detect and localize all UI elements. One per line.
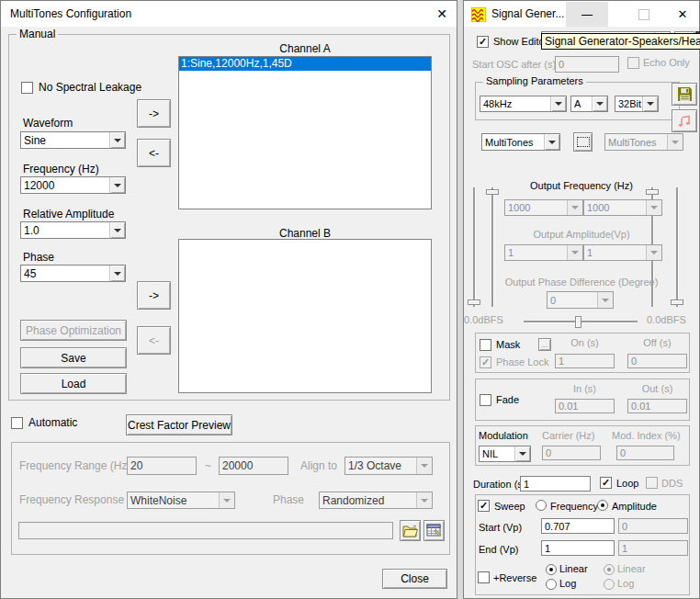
sweep-frequency-radio[interactable] (536, 500, 547, 511)
sweep-start-a-input[interactable]: 0.707 (541, 518, 615, 534)
fade-in-label: In (s) (555, 383, 615, 394)
chevron-down-icon (109, 222, 125, 238)
waveform-combobox[interactable]: Sine (20, 131, 126, 149)
log-b-radio[interactable] (604, 579, 615, 590)
configure-source-button[interactable] (573, 132, 593, 152)
channel-b-listbox[interactable] (178, 239, 432, 393)
relative-amplitude-combobox[interactable]: 1.0 (20, 221, 126, 239)
app-icon (471, 7, 486, 22)
frequency-value: 12000 (21, 178, 109, 193)
output-freq-b-combobox[interactable]: 1000 (583, 199, 662, 216)
phase-combobox[interactable]: 45 (20, 265, 126, 282)
mask-off-input[interactable]: 0 (627, 354, 687, 368)
fade-out-input[interactable]: 0.01 (627, 399, 687, 413)
relative-amplitude-value: 1.0 (21, 223, 109, 238)
start-osc-label: Start OSC after (s) (472, 59, 556, 70)
start-osc-input[interactable]: 0 (555, 56, 619, 73)
maximize-button[interactable] (623, 2, 665, 27)
level-slider-b-outer[interactable] (676, 187, 679, 307)
close-button-right[interactable]: ✕ (665, 2, 700, 27)
load-button[interactable]: Load (20, 373, 127, 394)
linear-a-radio[interactable] (546, 564, 557, 575)
channel-combobox[interactable]: A (570, 96, 608, 112)
auto-phase-value: Randomized (320, 493, 416, 508)
sweep-amplitude-radio[interactable] (597, 500, 608, 511)
bit-depth-combobox[interactable]: 32Bit (615, 96, 659, 112)
save-button[interactable]: Save (20, 347, 127, 368)
modulation-type-combobox[interactable]: NIL (479, 446, 531, 462)
save-signal-button[interactable] (672, 83, 697, 106)
edit-table-button[interactable] (423, 520, 445, 541)
remove-from-channel-a-button[interactable]: <- (137, 139, 171, 167)
automatic-checkbox[interactable] (11, 417, 23, 429)
sweep-end-a-input[interactable]: 1 (541, 540, 615, 556)
reverse-label: +Reverse (493, 572, 536, 583)
phase-optimization-button[interactable]: Phase Optimization (20, 320, 127, 341)
channel-a-list-item[interactable]: 1:Sine,12000Hz,1,45D (179, 57, 431, 71)
mod-index-input[interactable]: 0 (616, 446, 674, 460)
manual-group-label: Manual (17, 28, 58, 40)
output-phase-combobox[interactable]: 0 (547, 291, 614, 309)
align-to-label: Align to (300, 459, 337, 472)
output-amp-a-combobox[interactable]: 1 (504, 244, 583, 261)
fade-in-input[interactable]: 0.01 (555, 399, 615, 413)
sweep-start-b-input[interactable]: 0 (618, 518, 688, 534)
fade-checkbox[interactable] (480, 394, 491, 406)
crest-factor-preview-button[interactable]: Crest Factor Preview (126, 414, 232, 435)
level-slider-a-inner[interactable] (491, 187, 494, 307)
log-b-label: Log (617, 578, 634, 589)
move-to-channel-b-button[interactable]: -> (137, 281, 171, 310)
echo-only-checkbox[interactable] (627, 57, 639, 69)
remove-from-channel-b-button[interactable]: <- (137, 326, 171, 355)
move-to-channel-a-button[interactable]: -> (137, 99, 171, 128)
dialog-title: MultiTones Configuration (10, 7, 131, 20)
source-a-combobox[interactable]: MultiTones (481, 133, 560, 151)
mask-more-button[interactable]: ... (538, 338, 551, 351)
chevron-down-icon (567, 200, 582, 215)
play-tone-button[interactable] (672, 109, 697, 132)
browse-file-button[interactable] (400, 520, 421, 541)
source-b-combobox[interactable]: MultiTones (604, 133, 683, 151)
auto-phase-combobox[interactable]: Randomized (319, 492, 433, 509)
carrier-input[interactable]: 0 (542, 446, 601, 460)
no-spectral-leakage-checkbox[interactable] (21, 82, 33, 94)
level-slider-a-outer-thumb[interactable] (468, 300, 480, 305)
mask-on-input[interactable]: 1 (555, 354, 615, 368)
mask-checkbox[interactable] (480, 339, 491, 351)
show-editor-checkbox[interactable]: ✓ (477, 36, 489, 48)
loop-checkbox[interactable]: ✓ (600, 477, 612, 489)
minimize-button[interactable]: — (566, 2, 608, 27)
waveform-label: Waveform (23, 117, 73, 130)
output-amp-b-combobox[interactable]: 1 (583, 244, 662, 261)
modulation-label: Modulation (479, 430, 528, 441)
balance-slider-thumb[interactable] (575, 316, 581, 328)
duration-input[interactable]: 1 (520, 476, 591, 492)
level-slider-a-inner-thumb[interactable] (486, 189, 499, 195)
channel-a-listbox[interactable]: 1:Sine,12000Hz,1,45D (178, 56, 432, 209)
freq-min-input[interactable]: 20 (127, 457, 197, 475)
source-a-value: MultiTones (482, 136, 544, 149)
chevron-down-icon (544, 134, 559, 150)
output-freq-a-combobox[interactable]: 1000 (504, 199, 583, 216)
log-a-radio[interactable] (546, 579, 557, 590)
linear-b-radio[interactable] (604, 564, 615, 575)
dds-label: DDS (661, 478, 683, 489)
phase-lock-checkbox[interactable]: ✓ (480, 356, 491, 368)
close-icon[interactable]: ✕ (436, 6, 447, 21)
no-spectral-leakage-label: No Spectral Leakage (39, 81, 141, 94)
freq-max-input[interactable]: 20000 (219, 457, 288, 475)
frequency-response-combobox[interactable]: WhiteNoise (127, 492, 235, 509)
sweep-checkbox[interactable]: ✓ (478, 500, 490, 512)
close-button[interactable]: Close (382, 569, 447, 589)
level-slider-b-outer-thumb[interactable] (671, 300, 683, 305)
folder-open-icon (402, 525, 418, 537)
level-slider-a-outer[interactable] (473, 187, 476, 307)
align-to-combobox[interactable]: 1/3 Octave (344, 457, 433, 475)
file-path-input[interactable] (18, 522, 393, 539)
waveform-value: Sine (21, 133, 109, 148)
frequency-combobox[interactable]: 12000 (20, 176, 126, 194)
reverse-checkbox[interactable] (478, 571, 490, 583)
sample-rate-combobox[interactable]: 48kHz (480, 96, 567, 112)
dds-checkbox[interactable] (646, 477, 658, 489)
sweep-end-b-input[interactable]: 1 (618, 540, 688, 556)
